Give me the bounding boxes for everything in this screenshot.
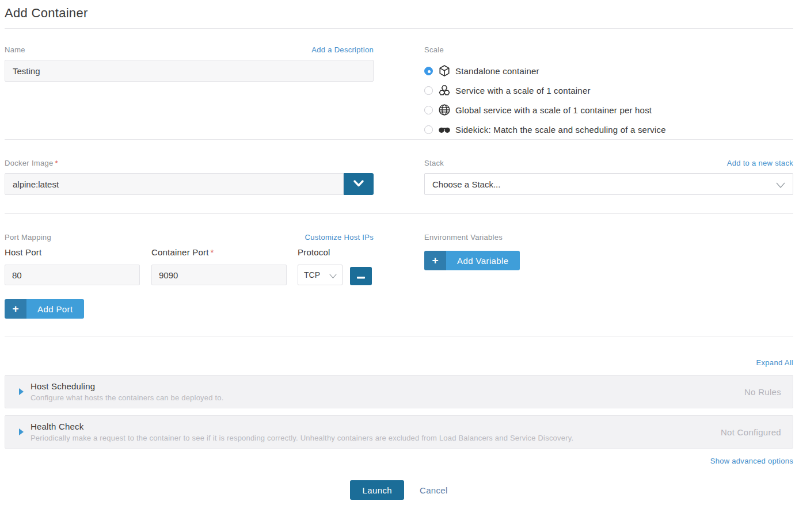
plus-icon: +	[5, 299, 26, 319]
port-mapping-section: Port Mapping Customize Host IPs Host Por…	[5, 230, 374, 319]
add-port-label: Add Port	[26, 299, 84, 319]
docker-image-label: Docker Image*	[5, 159, 58, 167]
image-dropdown-button[interactable]	[344, 173, 374, 195]
divider	[5, 28, 793, 29]
environment-variables-section: Environment Variables + Add Variable	[424, 230, 793, 319]
status-badge: Not Configured	[721, 427, 781, 437]
cube-icon	[438, 64, 451, 77]
stack-select[interactable]: Choose a Stack...	[424, 173, 793, 195]
scale-option-label: Sidekick: Match the scale and scheduling…	[455, 125, 666, 135]
scale-option-label: Service with a scale of 1 container	[455, 86, 591, 95]
port-mapping-label: Port Mapping	[5, 233, 51, 242]
scale-section: Scale Standalone container	[424, 43, 793, 139]
remove-port-button[interactable]	[350, 267, 372, 285]
container-port-input[interactable]	[151, 265, 287, 285]
docker-image-input[interactable]	[5, 173, 344, 195]
accordion-description: Periodically make a request to the conta…	[31, 434, 709, 442]
scale-option-service[interactable]: Service with a scale of 1 container	[424, 81, 793, 100]
launch-button[interactable]: Launch	[350, 480, 404, 500]
chevron-down-icon	[353, 179, 364, 189]
expand-all-link[interactable]: Expand All	[756, 358, 793, 368]
radio-icon[interactable]	[424, 86, 433, 95]
chevron-down-icon	[329, 271, 337, 281]
protocol-select-value: TCP	[304, 270, 320, 280]
scale-option-sidekick[interactable]: Sidekick: Match the scale and scheduling…	[424, 120, 793, 139]
environment-variables-label: Environment Variables	[424, 233, 503, 242]
chevron-down-icon	[775, 181, 786, 190]
host-scheduling-accordion[interactable]: Host Scheduling Configure what hosts the…	[5, 375, 793, 408]
accordion-description: Configure what hosts the containers can …	[31, 393, 733, 402]
required-asterisk: *	[55, 159, 58, 167]
add-variable-label: Add Variable	[446, 251, 520, 270]
radio-icon[interactable]	[424, 106, 433, 114]
scale-option-label: Standalone container	[455, 66, 539, 76]
health-check-accordion[interactable]: Health Check Periodically make a request…	[5, 415, 793, 449]
page-title: Add Container	[5, 5, 793, 21]
caret-right-icon	[19, 428, 24, 435]
accordion-title: Host Scheduling	[31, 381, 733, 391]
row-name-scale: Name Add a Description Scale	[5, 43, 793, 139]
row-ports-env: Port Mapping Customize Host IPs Host Por…	[5, 230, 793, 319]
globe-icon	[438, 104, 451, 116]
show-advanced-options-link[interactable]: Show advanced options	[710, 457, 793, 466]
radio-icon[interactable]	[424, 125, 433, 134]
scale-option-global[interactable]: Global service with a scale of 1 contain…	[424, 100, 793, 120]
host-port-label: Host Port	[5, 247, 140, 261]
protocol-select[interactable]: TCP	[298, 265, 343, 285]
minus-icon	[357, 272, 365, 281]
add-container-page: Add Container Name Add a Description Sca…	[0, 0, 799, 506]
caret-right-icon	[19, 388, 24, 395]
stack-label: Stack	[424, 159, 444, 167]
mask-icon	[438, 123, 451, 136]
name-label: Name	[5, 45, 25, 54]
status-badge: No Rules	[744, 387, 781, 397]
divider	[5, 213, 793, 214]
add-new-stack-link[interactable]: Add to a new stack	[727, 159, 793, 167]
name-section: Name Add a Description	[5, 43, 374, 139]
container-port-label: Container Port*	[151, 247, 287, 261]
divider	[5, 336, 793, 336]
required-asterisk: *	[211, 247, 214, 257]
add-variable-button[interactable]: + Add Variable	[424, 251, 520, 270]
scale-options: Standalone container Service with a scal…	[424, 61, 793, 139]
footer-actions: Launch Cancel	[5, 480, 793, 500]
row-image-stack: Docker Image* Stack Add to a new stack C…	[5, 156, 793, 195]
add-description-link[interactable]: Add a Description	[311, 45, 374, 54]
port-row: Host Port Container Port* Protocol TCP	[5, 247, 374, 285]
stack-select-value: Choose a Stack...	[432, 179, 500, 189]
protocol-label: Protocol	[298, 247, 343, 261]
add-port-button[interactable]: + Add Port	[5, 299, 84, 319]
host-port-input[interactable]	[5, 265, 140, 285]
plus-icon: +	[424, 251, 446, 270]
scale-label: Scale	[424, 45, 444, 54]
accordion-title: Health Check	[31, 422, 709, 431]
radio-selected-icon[interactable]	[424, 67, 433, 75]
name-input[interactable]	[5, 60, 374, 82]
docker-image-section: Docker Image*	[5, 156, 374, 195]
scale-option-standalone[interactable]: Standalone container	[424, 61, 793, 81]
scale-option-label: Global service with a scale of 1 contain…	[455, 105, 652, 115]
service-icon	[438, 84, 451, 97]
cancel-button[interactable]: Cancel	[420, 485, 448, 495]
stack-section: Stack Add to a new stack Choose a Stack.…	[424, 156, 793, 195]
customize-host-ips-link[interactable]: Customize Host IPs	[305, 233, 374, 242]
divider	[5, 139, 793, 140]
